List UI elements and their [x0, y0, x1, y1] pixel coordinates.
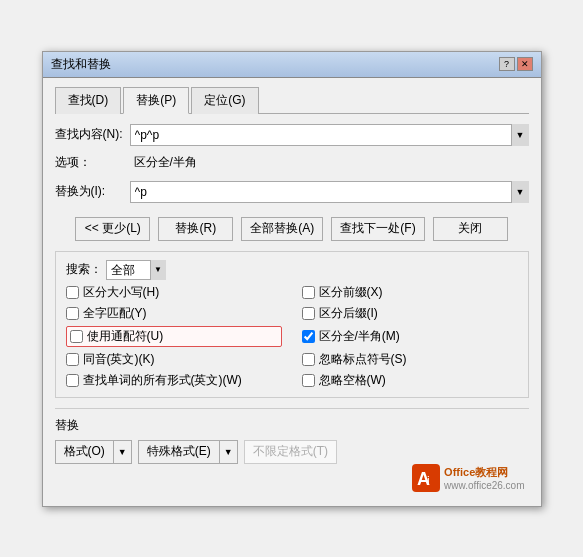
- replace-all-button[interactable]: 全部替换(A): [241, 217, 323, 241]
- unrestricted-format-button[interactable]: 不限定格式(T): [244, 440, 337, 464]
- find-row: 查找内容(N): ▼: [55, 124, 529, 146]
- cb-case-sensitive-input[interactable]: [66, 286, 79, 299]
- special-format-button[interactable]: 特殊格式(E) ▼: [138, 440, 238, 464]
- tab-goto[interactable]: 定位(G): [191, 87, 258, 114]
- cb-all-forms-input[interactable]: [66, 374, 79, 387]
- cb-fullhalf-input[interactable]: [302, 330, 315, 343]
- cb-fullhalf: 区分全/半角(M): [302, 326, 518, 347]
- find-next-button[interactable]: 查找下一处(F): [331, 217, 424, 241]
- cb-ignore-punct: 忽略标点符号(S): [302, 351, 518, 368]
- search-label: 搜索：: [66, 261, 102, 278]
- find-label: 查找内容(N):: [55, 126, 130, 143]
- tab-find[interactable]: 查找(D): [55, 87, 122, 114]
- search-select[interactable]: 全部 向上 向下: [106, 260, 166, 280]
- main-buttons-row: << 更少(L) 替换(R) 全部替换(A) 查找下一处(F) 关闭: [55, 217, 529, 241]
- search-row: 搜索： 全部 向上 向下 ▼: [66, 260, 518, 280]
- cb-wildcard-label[interactable]: 使用通配符(U): [87, 328, 164, 345]
- find-input-arrow[interactable]: ▼: [511, 124, 529, 146]
- options-label: 选项：: [55, 154, 130, 171]
- cb-suffix: 区分后缀(I): [302, 305, 518, 322]
- cb-ignore-punct-label[interactable]: 忽略标点符号(S): [319, 351, 407, 368]
- find-input[interactable]: [130, 124, 529, 146]
- cb-whole-word-label[interactable]: 全字匹配(Y): [83, 305, 147, 322]
- dialog-title: 查找和替换: [51, 56, 111, 73]
- office-logo-icon: A i: [412, 464, 440, 492]
- cb-ignore-space-label[interactable]: 忽略空格(W): [319, 372, 386, 389]
- cb-prefix-input[interactable]: [302, 286, 315, 299]
- close-window-button[interactable]: ✕: [517, 57, 533, 71]
- cb-all-forms: 查找单词的所有形式(英文)(W): [66, 372, 282, 389]
- watermark-text-block: Office教程网 www.office26.com: [444, 465, 524, 491]
- special-format-button-label: 特殊格式(E): [139, 441, 220, 463]
- find-input-wrap: ▼: [130, 124, 529, 146]
- svg-text:i: i: [427, 474, 430, 488]
- cb-homophone-label[interactable]: 同音(英文)(K): [83, 351, 155, 368]
- cb-whole-word-input[interactable]: [66, 307, 79, 320]
- bottom-section: 替换 格式(O) ▼ 特殊格式(E) ▼ 不限定格式(T): [55, 408, 529, 464]
- replace-input-wrap: ▼: [130, 181, 529, 203]
- watermark: A i Office教程网 www.office26.com: [412, 464, 524, 492]
- cb-case-sensitive: 区分大小写(H): [66, 284, 282, 301]
- cb-all-forms-label[interactable]: 查找单词的所有形式(英文)(W): [83, 372, 242, 389]
- cb-case-sensitive-label[interactable]: 区分大小写(H): [83, 284, 160, 301]
- replace-row: 替换为(I): ▼: [55, 181, 529, 203]
- dialog-body: 查找(D) 替换(P) 定位(G) 查找内容(N): ▼ 选项： 区分全/半角: [43, 78, 541, 506]
- cb-wildcard: 使用通配符(U): [66, 326, 282, 347]
- cb-prefix-label[interactable]: 区分前缀(X): [319, 284, 383, 301]
- cb-suffix-input[interactable]: [302, 307, 315, 320]
- cb-homophone-input[interactable]: [66, 353, 79, 366]
- cb-ignore-punct-input[interactable]: [302, 353, 315, 366]
- replace-button[interactable]: 替换(R): [158, 217, 233, 241]
- cb-prefix: 区分前缀(X): [302, 284, 518, 301]
- format-button-arrow-icon: ▼: [114, 441, 131, 463]
- title-bar: 查找和替换 ? ✕: [43, 52, 541, 78]
- bottom-buttons-row: 格式(O) ▼ 特殊格式(E) ▼ 不限定格式(T): [55, 440, 529, 464]
- watermark-site-name: Office教程网: [444, 465, 524, 480]
- checkboxes-grid: 区分大小写(H) 区分前缀(X) 全字匹配(Y) 区分后缀(I): [66, 284, 518, 389]
- watermark-area: A i Office教程网 www.office26.com: [55, 464, 529, 494]
- cb-wildcard-input[interactable]: [70, 330, 83, 343]
- replace-input[interactable]: [130, 181, 529, 203]
- cb-whole-word: 全字匹配(Y): [66, 305, 282, 322]
- format-button-label: 格式(O): [56, 441, 114, 463]
- tab-replace[interactable]: 替换(P): [123, 87, 189, 114]
- watermark-url: www.office26.com: [444, 480, 524, 491]
- close-button[interactable]: 关闭: [433, 217, 508, 241]
- find-replace-dialog: 查找和替换 ? ✕ 查找(D) 替换(P) 定位(G) 查找内容(N): ▼: [42, 51, 542, 507]
- replace-input-arrow[interactable]: ▼: [511, 181, 529, 203]
- cb-fullhalf-label[interactable]: 区分全/半角(M): [319, 328, 400, 345]
- cb-ignore-space: 忽略空格(W): [302, 372, 518, 389]
- format-button[interactable]: 格式(O) ▼: [55, 440, 132, 464]
- replace-label: 替换为(I):: [55, 183, 130, 200]
- less-button[interactable]: << 更少(L): [75, 217, 150, 241]
- special-format-button-arrow-icon: ▼: [220, 441, 237, 463]
- bottom-title: 替换: [55, 417, 529, 434]
- options-row: 选项： 区分全/半角: [55, 154, 529, 171]
- tab-bar: 查找(D) 替换(P) 定位(G): [55, 86, 529, 114]
- cb-suffix-label[interactable]: 区分后缀(I): [319, 305, 378, 322]
- options-value: 区分全/半角: [134, 154, 197, 171]
- cb-ignore-space-input[interactable]: [302, 374, 315, 387]
- cb-homophone: 同音(英文)(K): [66, 351, 282, 368]
- search-select-wrap: 全部 向上 向下 ▼: [106, 260, 166, 280]
- help-button[interactable]: ?: [499, 57, 515, 71]
- title-controls: ? ✕: [499, 57, 533, 71]
- search-options-section: 搜索： 全部 向上 向下 ▼ 区分大小写(H): [55, 251, 529, 398]
